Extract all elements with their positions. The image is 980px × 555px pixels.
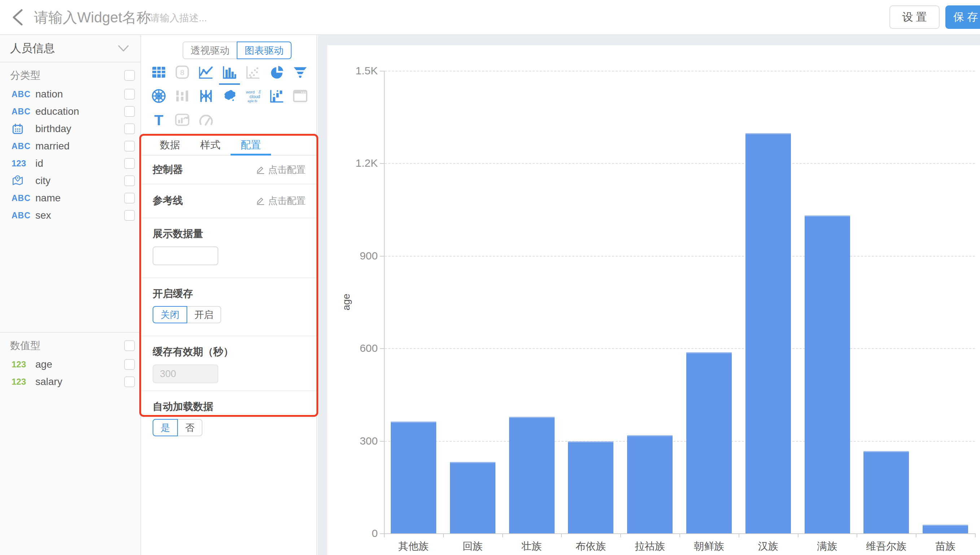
tab-数据[interactable]: 数据	[150, 135, 190, 155]
number-chart-icon[interactable]: 8	[170, 64, 194, 80]
line-chart-icon[interactable]	[194, 64, 218, 80]
widget-description-input[interactable]	[149, 11, 265, 25]
autoload-toggle: 是否	[153, 419, 306, 436]
bar-苗族[interactable]	[922, 525, 968, 533]
x-axis-tick	[738, 533, 739, 537]
reference-line-configure-link[interactable]: 点击配置	[256, 194, 306, 207]
field-item-salary[interactable]: 123salary	[0, 373, 140, 390]
mode-button-透视驱动[interactable]: 透视驱动	[183, 42, 237, 59]
tab-配置[interactable]: 配置	[231, 135, 271, 155]
cache-option-开启[interactable]: 开启	[187, 306, 221, 323]
header: 设 置 保 存	[0, 0, 980, 35]
field-name: married	[35, 140, 124, 152]
number-type-icon: 123	[11, 159, 26, 168]
save-button[interactable]: 保 存	[945, 5, 980, 29]
field-name: education	[35, 106, 124, 117]
bar-回族[interactable]	[450, 462, 495, 533]
y-axis-tick	[380, 348, 384, 349]
table-chart-icon[interactable]	[147, 64, 170, 80]
cache-option-关闭[interactable]: 关闭	[153, 306, 187, 323]
field-item-city[interactable]: city	[0, 172, 140, 189]
field-checkbox[interactable]	[124, 175, 135, 186]
controller-configure-link[interactable]: 点击配置	[256, 164, 306, 176]
back-button[interactable]	[10, 8, 27, 27]
bar-拉祜族[interactable]	[627, 435, 673, 533]
number-type-icon: 123	[11, 377, 26, 387]
widget-name-input[interactable]	[33, 6, 163, 28]
section-header: 分类型	[0, 65, 140, 85]
field-checkbox[interactable]	[124, 141, 135, 152]
funnel-chart-icon[interactable]	[289, 64, 312, 80]
section-label: 数值型	[10, 339, 40, 353]
field-item-age[interactable]: 123age	[0, 356, 140, 373]
svg-text:word: word	[246, 90, 255, 94]
field-name: name	[35, 192, 124, 204]
wordcloud-chart-icon[interactable]: wordcloudagile Bitag	[242, 88, 265, 104]
bar-布依族[interactable]	[568, 441, 613, 533]
field-item-education[interactable]: ABCeducation	[0, 103, 140, 120]
field-item-sex[interactable]: ABCsex	[0, 207, 140, 224]
field-checkbox[interactable]	[124, 210, 135, 221]
pencil-icon	[256, 165, 265, 174]
bar-其他族[interactable]	[391, 422, 436, 533]
mode-button-图表驱动[interactable]: 图表驱动	[237, 42, 291, 59]
settings-button[interactable]: 设 置	[889, 5, 940, 29]
display-count-input[interactable]	[153, 247, 218, 265]
richtext-chart-icon[interactable]	[170, 112, 194, 128]
scatter-chart-icon[interactable]	[242, 64, 265, 80]
reference-line-section: 参考线 点击配置	[142, 184, 317, 218]
field-checkbox[interactable]	[124, 193, 135, 204]
bar-壮族[interactable]	[509, 417, 555, 533]
cache-ttl-section: 缓存有效期（秒）	[142, 336, 317, 391]
field-checkbox[interactable]	[124, 106, 135, 117]
field-item-married[interactable]: ABCmarried	[0, 138, 140, 155]
bar-满族[interactable]	[805, 215, 850, 533]
gridline	[384, 71, 975, 71]
mode-toggle: 透视驱动图表驱动	[183, 42, 291, 59]
autoload-option-是[interactable]: 是	[153, 419, 178, 436]
sankey-chart-icon[interactable]	[170, 88, 194, 104]
section-checkbox[interactable]	[124, 70, 135, 81]
bar-chart-icon[interactable]	[218, 64, 241, 80]
y-axis-tick	[380, 163, 384, 164]
text-chart-icon[interactable]: T	[147, 112, 170, 128]
field-checkbox[interactable]	[124, 89, 135, 99]
map-chart-icon[interactable]	[218, 88, 241, 104]
parallel-chart-icon[interactable]	[194, 88, 218, 104]
field-item-birthday[interactable]: birthday	[0, 120, 140, 138]
field-name: age	[35, 359, 124, 370]
tab-样式[interactable]: 样式	[190, 135, 231, 155]
field-checkbox[interactable]	[124, 124, 135, 134]
radar-chart-icon[interactable]	[147, 88, 170, 104]
x-axis-tick	[443, 533, 444, 537]
cache-section: 开启缓存 关闭开启	[142, 278, 317, 336]
section-header: 数值型	[0, 335, 140, 356]
field-checkbox[interactable]	[124, 376, 135, 387]
x-axis-tick	[916, 533, 916, 537]
svg-text:T: T	[154, 112, 163, 128]
iframe-chart-icon[interactable]	[289, 88, 312, 104]
gauge-chart-icon[interactable]	[194, 112, 218, 128]
bar-维吾尔族[interactable]	[863, 451, 909, 533]
y-axis-line	[384, 71, 384, 533]
cache-ttl-input[interactable]	[153, 364, 218, 383]
field-item-id[interactable]: 123id	[0, 155, 140, 172]
sidebar-section-numeric: 数值型123age123salary	[0, 332, 140, 390]
field-name: nation	[35, 88, 124, 100]
waterfall-chart-icon[interactable]	[265, 88, 288, 104]
pie-chart-icon[interactable]	[265, 64, 288, 80]
field-name: salary	[35, 376, 124, 388]
field-item-name[interactable]: ABCname	[0, 189, 140, 207]
field-item-nation[interactable]: ABCnation	[0, 85, 140, 103]
section-checkbox[interactable]	[124, 340, 135, 351]
y-axis-label: 1.5K	[335, 64, 378, 77]
field-checkbox[interactable]	[124, 359, 135, 370]
field-checkbox[interactable]	[124, 158, 135, 169]
field-name: birthday	[35, 123, 124, 135]
x-axis-category-label: 维吾尔族	[857, 539, 916, 553]
bar-汉族[interactable]	[745, 133, 791, 533]
dataset-name: 人员信息	[10, 41, 55, 56]
dataset-selector[interactable]: 人员信息	[0, 35, 140, 63]
bar-朝鲜族[interactable]	[686, 352, 732, 533]
autoload-option-否[interactable]: 否	[177, 419, 202, 436]
